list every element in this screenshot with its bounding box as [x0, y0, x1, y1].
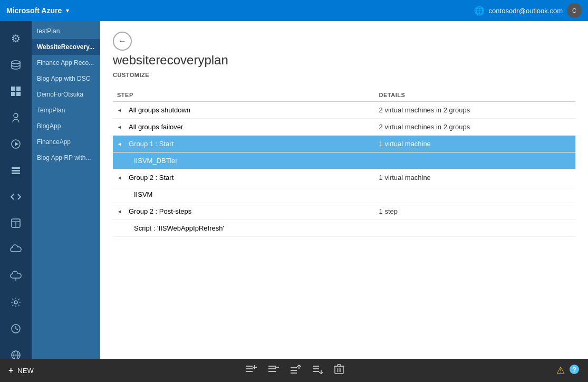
svg-point-15	[14, 301, 17, 304]
row-arrow-icon: ◄	[117, 209, 126, 214]
app-logo: Microsoft Azure	[6, 6, 62, 15]
avatar[interactable]: C	[567, 3, 582, 18]
row-step-label: IISVM	[134, 190, 152, 198]
table-row[interactable]: IISVM	[113, 186, 575, 203]
svg-text:?: ?	[572, 366, 576, 374]
sidebar-icon-play[interactable]	[0, 131, 32, 157]
toolbar-actions	[245, 364, 344, 378]
row-step-label: Group 2 : Post-steps	[129, 207, 191, 215]
row-details: 2 virtual machines in 2 groups	[379, 106, 575, 114]
row-arrow-icon: ◄	[117, 175, 126, 180]
back-btn-area: ←	[113, 32, 575, 51]
sidebar-icon-network[interactable]	[0, 342, 32, 359]
section-label: CUSTOMIZE	[113, 72, 575, 78]
nav-item-websiterecovery[interactable]: WebsiteRecovery...	[32, 39, 100, 55]
svg-rect-10	[12, 173, 20, 174]
plus-icon: +	[8, 366, 13, 375]
content-header: ← websiterecoveryplan CUSTOMIZE	[100, 21, 588, 89]
sidebar-icon-code[interactable]	[0, 184, 32, 210]
move-down-icon[interactable]	[312, 365, 323, 377]
sidebar-icon-cloud2[interactable]	[0, 263, 32, 289]
row-details: 2 virtual machines in 2 groups	[379, 123, 575, 131]
topbar-chevron[interactable]: ▾	[66, 7, 69, 14]
bottom-right-icons: ⚠ ?	[556, 364, 580, 377]
sidebar-icon-grid[interactable]	[0, 78, 32, 104]
table-row[interactable]: ◄ Group 2 : Start 1 virtual machine	[113, 169, 575, 186]
svg-point-0	[12, 61, 20, 64]
icon-sidebar: ⚙	[0, 21, 32, 359]
row-arrow-icon: ◄	[117, 108, 126, 113]
user-email[interactable]: contosodr@outlook.com	[489, 7, 563, 15]
sidebar-icon-clock[interactable]	[0, 316, 32, 342]
sidebar-icon-settings2[interactable]	[0, 289, 32, 316]
globe-icon: 🌐	[474, 6, 485, 16]
sidebar-icon-cloud[interactable]	[0, 236, 32, 263]
topbar-right: 🌐 contosodr@outlook.com C	[474, 3, 582, 18]
svg-rect-1	[11, 87, 15, 91]
row-step-label: Script : 'IISWebAppIpRefresh'	[134, 224, 224, 232]
help-icon[interactable]: ?	[569, 364, 580, 377]
add-item-icon[interactable]	[245, 365, 257, 377]
table-row[interactable]: ◄ Group 2 : Post-steps 1 step	[113, 203, 575, 220]
nav-item-blogapprp[interactable]: Blog App RP with...	[32, 150, 100, 166]
svg-rect-2	[16, 87, 21, 91]
content-area: ← websiterecoveryplan CUSTOMIZE STEP DET…	[100, 21, 588, 359]
table-row[interactable]: ◄ All groups failover 2 virtual machines…	[113, 119, 575, 136]
table-container: STEP DETAILS ◄ All groups shutdown 2 vir…	[100, 89, 588, 359]
sidebar-icon-package[interactable]	[0, 210, 32, 236]
sidebar-icon-gear[interactable]: ⚙	[0, 25, 32, 52]
nav-item-tempplan[interactable]: TempPlan	[32, 102, 100, 118]
svg-rect-4	[16, 92, 21, 96]
row-step-label: IISVM_DBTier	[134, 157, 178, 165]
bottom-toolbar: + NEW	[0, 359, 588, 382]
delete-icon[interactable]	[334, 364, 344, 378]
nav-item-blogapp[interactable]: BlogApp	[32, 118, 100, 134]
sidebar-icon-puppet[interactable]	[0, 104, 32, 131]
topbar-left: Microsoft Azure ▾	[6, 6, 69, 15]
svg-point-5	[14, 113, 18, 118]
svg-rect-8	[12, 167, 20, 169]
row-arrow-icon: ◄	[117, 141, 126, 147]
table-row[interactable]: IISVM_DBTier	[113, 152, 575, 169]
nav-item-financeapp[interactable]: Finance App Reco...	[32, 55, 100, 71]
col-header-details: DETAILS	[379, 92, 575, 98]
svg-marker-7	[15, 142, 18, 146]
table-row[interactable]: ◄ All groups shutdown 2 virtual machines…	[113, 102, 575, 119]
page-title: websiterecoveryplan	[113, 53, 575, 68]
nav-item-financeapp2[interactable]: FinanceApp	[32, 134, 100, 150]
table-header: STEP DETAILS	[113, 89, 575, 102]
table-row[interactable]: ◄ Group 1 : Start 1 virtual machine	[113, 136, 575, 152]
sidebar-icon-database[interactable]	[0, 52, 32, 78]
nav-panel: testPlan WebsiteRecovery... Finance App …	[32, 21, 100, 359]
row-arrow-icon: ◄	[117, 125, 126, 130]
table-row[interactable]: Script : 'IISWebAppIpRefresh'	[113, 220, 575, 237]
row-details: 1 virtual machine	[379, 140, 575, 148]
new-label: NEW	[17, 367, 33, 375]
back-button[interactable]: ←	[113, 32, 132, 51]
new-button[interactable]: + NEW	[8, 366, 34, 375]
row-step-label: All groups failover	[129, 123, 183, 131]
row-details: 1 virtual machine	[379, 174, 575, 182]
move-up-icon[interactable]	[290, 365, 301, 377]
main-layout: ⚙	[0, 21, 588, 359]
row-step-label: Group 1 : Start	[129, 140, 173, 148]
row-step-label: Group 2 : Start	[129, 174, 173, 182]
sidebar-icon-layers[interactable]	[0, 157, 32, 184]
svg-rect-3	[11, 92, 15, 96]
topbar: Microsoft Azure ▾ 🌐 contosodr@outlook.co…	[0, 0, 588, 21]
warning-icon: ⚠	[556, 365, 565, 376]
col-header-step: STEP	[113, 92, 379, 98]
row-step-label: All groups shutdown	[129, 106, 190, 114]
row-details: 1 step	[379, 207, 575, 215]
svg-rect-9	[12, 170, 20, 171]
remove-item-icon[interactable]	[267, 365, 279, 377]
nav-item-demoforotsuka[interactable]: DemoForOtsuka	[32, 87, 100, 102]
nav-item-testplan[interactable]: testPlan	[32, 23, 100, 39]
nav-item-blogappdsc[interactable]: Blog App with DSC	[32, 71, 100, 87]
